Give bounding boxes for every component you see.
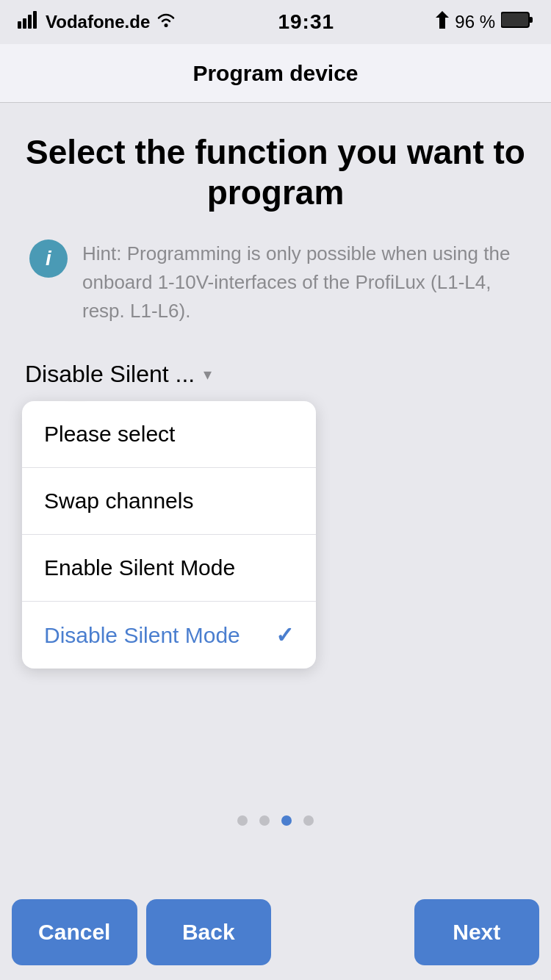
nav-bar: Program device — [0, 44, 551, 103]
wifi-icon — [156, 12, 176, 32]
dropdown-item-label: Swap channels — [44, 489, 193, 514]
info-icon: i — [29, 239, 68, 278]
carrier-name: Vodafone.de — [46, 12, 150, 32]
hint-text: Hint: Programming is only possible when … — [82, 239, 522, 325]
nav-title: Program device — [192, 61, 358, 86]
battery-info: 96 % — [436, 11, 533, 33]
back-button[interactable]: Back — [146, 899, 272, 965]
svg-rect-6 — [529, 17, 533, 23]
main-content: Select the function you want to program … — [0, 103, 551, 862]
dropdown-item-please-select[interactable]: Please select — [22, 401, 316, 468]
dropdown-item-swap-channels[interactable]: Swap channels — [22, 468, 316, 535]
page-dot-1 — [237, 815, 248, 826]
page-dot-4 — [303, 815, 314, 826]
dropdown-item-enable-silent[interactable]: Enable Silent Mode — [22, 535, 316, 602]
location-icon — [436, 11, 449, 33]
svg-rect-2 — [28, 15, 32, 29]
svg-rect-1 — [23, 18, 26, 29]
hint-box: i Hint: Programming is only possible whe… — [22, 239, 529, 325]
dropdown-item-disable-silent[interactable]: Disable Silent Mode ✓ — [22, 602, 316, 669]
signal-icon — [18, 11, 40, 33]
svg-rect-5 — [501, 12, 529, 27]
dropdown-trigger[interactable]: Disable Silent ... ▾ — [22, 355, 529, 394]
svg-point-4 — [165, 24, 168, 27]
bottom-bar: Cancel Back Next — [0, 884, 551, 980]
page-dots — [22, 815, 529, 826]
page-heading: Select the function you want to program — [22, 132, 529, 213]
svg-rect-3 — [33, 11, 37, 29]
status-time: 19:31 — [278, 10, 334, 34]
carrier-info: Vodafone.de — [18, 11, 176, 33]
selected-checkmark-icon: ✓ — [276, 622, 294, 648]
dropdown-menu: Please select Swap channels Enable Silen… — [22, 401, 316, 669]
dropdown-item-label: Disable Silent Mode — [44, 623, 240, 648]
dropdown-item-label: Please select — [44, 422, 175, 447]
cancel-button[interactable]: Cancel — [12, 899, 137, 965]
page-dot-2 — [259, 815, 270, 826]
page-dot-3 — [281, 815, 292, 826]
dropdown-current-value: Disable Silent ... — [25, 361, 195, 388]
dropdown-arrow-icon: ▾ — [204, 365, 212, 384]
next-button[interactable]: Next — [414, 899, 540, 965]
status-bar: Vodafone.de 19:31 96 % — [0, 0, 551, 44]
battery-percentage: 96 % — [455, 12, 495, 32]
dropdown-item-label: Enable Silent Mode — [44, 555, 235, 580]
battery-icon — [501, 12, 533, 32]
svg-rect-0 — [18, 21, 21, 29]
